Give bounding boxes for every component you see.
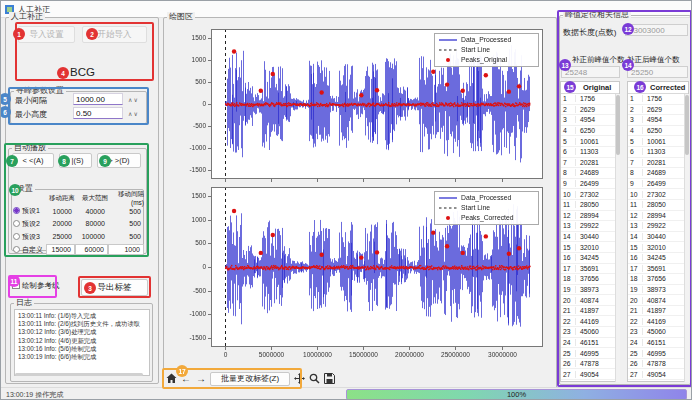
preset-value: 500 (108, 233, 144, 240)
table-row[interactable]: 11756 (561, 94, 619, 105)
corrected-table-scrollbar[interactable] (684, 94, 689, 382)
table-row[interactable]: 1532010 (628, 242, 688, 253)
batch-edit-labels-button[interactable]: 批量更改标签(Z) (210, 372, 290, 386)
table-row[interactable]: 1837656 (561, 274, 619, 285)
table-row[interactable]: 2345060 (628, 327, 688, 338)
table-row[interactable]: 1430440 (561, 232, 619, 243)
log-horizontal-scrollbar[interactable] (15, 373, 143, 376)
save-icon[interactable] (323, 372, 335, 385)
table-row[interactable]: 1735691 (561, 264, 619, 275)
pause-button[interactable]: | |(S) (59, 153, 92, 168)
back-arrow-icon[interactable]: ← (180, 372, 192, 385)
forward-arrow-icon[interactable]: → (195, 372, 207, 385)
table-row[interactable]: 611303 (561, 147, 619, 158)
progress-text: 100% (507, 390, 526, 399)
start-import-button[interactable]: 开始导入 (82, 26, 147, 43)
table-row[interactable]: 46250 (628, 126, 688, 137)
min-height-input[interactable] (73, 107, 123, 119)
table-row[interactable]: 1430440 (628, 232, 688, 243)
table-row[interactable]: 2141897 (561, 306, 619, 317)
table-row[interactable]: 2749054 (628, 369, 688, 380)
peaks-after-value (627, 66, 688, 78)
table-row[interactable]: 34954 (561, 115, 619, 126)
preset-radio[interactable]: 自定义 (13, 245, 46, 255)
table-row[interactable]: 2141897 (628, 306, 688, 317)
table-row[interactable]: 510061 (561, 136, 619, 147)
table-row[interactable]: 2040874 (628, 295, 688, 306)
table-row[interactable]: 1128050 (561, 200, 619, 211)
table-row[interactable]: 46250 (561, 126, 619, 137)
table-row[interactable]: 1532010 (561, 242, 619, 253)
export-labels-button[interactable]: 导出标签 (81, 279, 148, 296)
table-row[interactable]: 1027302 (628, 189, 688, 200)
table-row[interactable]: 2345060 (561, 327, 619, 338)
table-row[interactable]: 926499 (561, 179, 619, 190)
table-row[interactable]: 2446151 (561, 338, 619, 349)
table-row[interactable]: 1634245 (561, 253, 619, 264)
log-entry: 13:00:16 Info: (5/6)绘制完成 (18, 345, 146, 353)
table-row[interactable]: 1938973 (628, 285, 688, 296)
table-row[interactable]: 2647878 (628, 359, 688, 370)
pan-icon[interactable] (293, 372, 305, 385)
step-forward-button[interactable]: > >(D) (97, 153, 141, 168)
table-row[interactable]: 824689 (561, 168, 619, 179)
preset-column-header: 移动间隔(ms) (108, 190, 144, 206)
table-row[interactable]: 1128050 (628, 200, 688, 211)
table-row[interactable]: 2244169 (628, 316, 688, 327)
autoplay-settings-group-label: 设置 (15, 184, 35, 193)
table-row[interactable]: 2647878 (561, 359, 619, 370)
signal-plot-canvas[interactable] (169, 23, 551, 367)
table-row[interactable]: 2749054 (561, 369, 619, 380)
table-row[interactable]: 824689 (628, 168, 688, 179)
preset-value-input[interactable]: 60000 (75, 244, 108, 255)
signal-type-label: BCG (70, 66, 95, 78)
import-settings-button[interactable]: 导入设置 (18, 26, 75, 43)
table-row[interactable]: 1837656 (628, 274, 688, 285)
corrected-table-header: Corrected (650, 83, 685, 92)
original-table-scrollbar[interactable] (615, 94, 620, 382)
zoom-icon[interactable] (308, 372, 320, 385)
preset-radio[interactable]: 预设1 (13, 206, 46, 216)
table-row[interactable]: 11756 (628, 94, 688, 105)
reference-line-checkbox[interactable] (12, 281, 20, 289)
min-interval-label: 最小间隔 (15, 95, 47, 106)
preset-column-header: 最大范围 (75, 194, 108, 203)
preset-radio[interactable]: 预设3 (13, 232, 46, 242)
step-back-button[interactable]: < <(A) (12, 153, 54, 168)
preset-value: 80000 (75, 220, 108, 227)
preset-value-input[interactable]: 1000 (108, 244, 144, 255)
table-row[interactable]: 22629 (561, 105, 619, 116)
table-row[interactable]: 720281 (561, 158, 619, 169)
table-row[interactable]: 34954 (628, 115, 688, 126)
preset-value-input[interactable]: 15000 (46, 244, 75, 255)
table-row[interactable]: 1634245 (628, 253, 688, 264)
table-row[interactable]: 2546995 (561, 348, 619, 359)
table-row[interactable]: 2244169 (561, 316, 619, 327)
table-row[interactable]: 926499 (628, 179, 688, 190)
table-row[interactable]: 2446151 (628, 338, 688, 349)
home-icon[interactable] (165, 372, 177, 385)
min-interval-spinner-arrows[interactable]: ∧∨ (128, 96, 139, 103)
reference-line-checkbox-label: 绘制参考线 (22, 281, 60, 291)
table-row[interactable]: 1329922 (628, 221, 688, 232)
table-row[interactable]: 1228994 (561, 211, 619, 222)
table-row[interactable]: 2040874 (561, 295, 619, 306)
table-row[interactable]: 1228994 (628, 211, 688, 222)
table-row[interactable]: 2546995 (628, 348, 688, 359)
corrected-peaks-table: Corrected 117562262934954462505100616113… (627, 81, 689, 382)
table-row[interactable]: 611303 (628, 147, 688, 158)
table-row[interactable]: 1938973 (561, 285, 619, 296)
table-row[interactable]: 510061 (628, 136, 688, 147)
min-interval-input[interactable] (73, 93, 123, 105)
table-row[interactable]: 22629 (628, 105, 688, 116)
table-row[interactable]: 1735691 (628, 264, 688, 275)
table-row[interactable]: 1027302 (561, 189, 619, 200)
preset-radio[interactable]: 预设2 (13, 219, 46, 229)
peaks-before-label: 补正前峰值个数 (572, 55, 625, 65)
table-row[interactable]: 720281 (628, 158, 688, 169)
status-text: 13:00:19 操作完成 (6, 390, 63, 400)
min-height-spinner-arrows[interactable]: ∧∨ (128, 110, 139, 117)
table-row[interactable]: 1329922 (561, 221, 619, 232)
preset-value: 20000 (46, 220, 75, 227)
autoplay-group-label: 自动播放 (12, 143, 48, 152)
